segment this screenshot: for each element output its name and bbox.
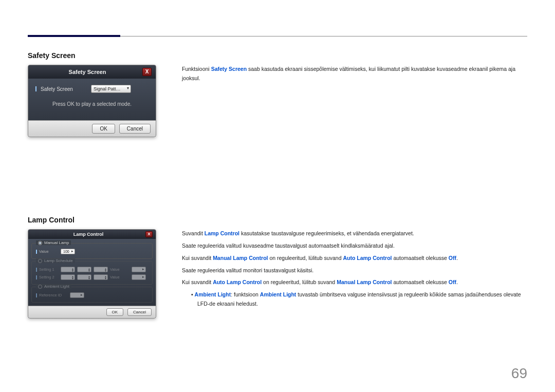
safety-heading: Safety Screen (28, 51, 527, 60)
ok-button[interactable]: OK (92, 124, 115, 134)
lamp-heading: Lamp Control (28, 216, 527, 224)
value-label: Value (39, 249, 59, 254)
group-manual-label: Manual Lamp (44, 240, 69, 245)
kw-auto-lamp: Auto Lamp Control (213, 279, 262, 285)
section-lamp-control: Lamp Control Lamp Control X Manual Lamp (28, 216, 527, 319)
sched1-label: Setting 1 (39, 267, 59, 272)
header-rule-accent (28, 35, 120, 37)
sched1-value-label: Value (110, 267, 130, 272)
section-safety-screen: Safety Screen Safety Screen X Safety Scr… (28, 51, 527, 137)
cancel-button[interactable]: Cancel (119, 124, 151, 134)
safety-dialog-footer: OK Cancel (28, 120, 156, 137)
kw-lamp-control: Lamp Control (205, 230, 239, 236)
kw-ambient-light: Ambient Light (260, 291, 297, 297)
lamp-dialog-title: Lamp Control (31, 232, 145, 237)
cancel-button[interactable]: Cancel (127, 308, 152, 316)
safety-desc: Funktsiooni Safety Screen saab kasutada … (182, 65, 527, 137)
group-schedule-label: Lamp Schedule (44, 258, 73, 263)
safety-dialog-title: Safety Screen (32, 69, 142, 75)
field-marker (35, 86, 36, 91)
safety-field-row: Safety Screen Signal Patt… (35, 85, 149, 93)
ok-button[interactable]: OK (106, 308, 124, 316)
kw-ambient-light: Ambient Light (195, 291, 231, 297)
group-ambient-label: Ambient Light (44, 284, 69, 289)
safety-field-label: Safety Screen (41, 86, 87, 92)
page-number: 69 (511, 365, 527, 382)
field-marker (36, 268, 37, 272)
ambient-ref-spin[interactable] (70, 292, 84, 298)
kw-manual-lamp: Manual Lamp Control (337, 279, 392, 285)
close-icon[interactable]: X (142, 68, 152, 76)
safety-dialog: Safety Screen X Safety Screen Signal Pat… (28, 65, 156, 137)
kw-off: Off (449, 255, 456, 261)
sched2-ampm[interactable] (94, 274, 108, 280)
kw-manual-lamp: Manual Lamp Control (213, 255, 268, 261)
kw-safety-screen: Safety Screen (211, 66, 247, 72)
sched2-value-label: Value (110, 275, 130, 279)
lamp-dialog-footer: OK Cancel (28, 306, 156, 318)
safety-hint: Press OK to play a selected mode. (35, 101, 149, 107)
sched2-value[interactable] (132, 274, 146, 280)
close-icon[interactable]: X (145, 231, 153, 237)
sched2-label: Setting 2 (39, 275, 59, 279)
ambient-ref-label: Reference ID (39, 293, 68, 297)
radio-lamp-schedule[interactable] (38, 259, 42, 263)
value-spin[interactable]: 100 (61, 249, 75, 254)
kw-off: Off (449, 279, 456, 285)
sched1-hour[interactable] (61, 267, 75, 272)
kw-auto-lamp: Auto Lamp Control (343, 255, 392, 261)
radio-ambient-light[interactable] (38, 285, 42, 289)
safety-dialog-titlebar: Safety Screen X (28, 65, 156, 79)
lamp-dialog: Lamp Control X Manual Lamp Value 100 (28, 229, 156, 319)
sched1-ampm[interactable] (94, 267, 108, 272)
group-ambient-light: Ambient Light Reference ID (31, 287, 153, 303)
field-marker (36, 250, 37, 254)
radio-manual-lamp[interactable] (38, 241, 42, 245)
group-lamp-schedule: Lamp Schedule Setting 1 Value (31, 261, 153, 285)
sched2-hour[interactable] (61, 274, 75, 280)
sched2-min[interactable] (77, 274, 91, 280)
field-marker (36, 293, 37, 297)
safety-combo[interactable]: Signal Patt… (91, 85, 131, 93)
sched1-min[interactable] (77, 267, 91, 272)
lamp-dialog-titlebar: Lamp Control X (28, 230, 156, 239)
lamp-desc: Suvandit Lamp Control kasutatakse tausta… (182, 229, 527, 319)
field-marker (36, 275, 37, 279)
sched1-value[interactable] (132, 267, 146, 272)
group-manual-lamp: Manual Lamp Value 100 (31, 243, 153, 259)
